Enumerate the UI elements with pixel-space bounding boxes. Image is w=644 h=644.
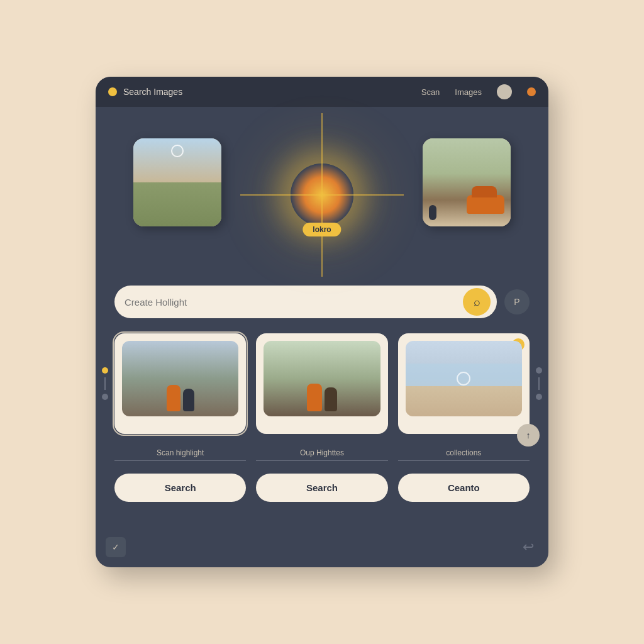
action-btn-1[interactable]: Search [114, 474, 246, 502]
figure-person2 [183, 389, 194, 411]
card-label-collections: collections [446, 448, 481, 457]
fig-b [325, 387, 337, 411]
side-dot-inactive [102, 394, 108, 400]
nav-scan[interactable]: Scan [421, 87, 440, 97]
side-nav-left [102, 367, 108, 400]
couple-figure-2 [307, 384, 337, 411]
couple-figure-1 [167, 385, 194, 411]
refresh-icon: ↩ [523, 539, 534, 555]
car-roof [472, 186, 497, 197]
hero-left-card-inner [133, 138, 221, 226]
search-input[interactable] [125, 297, 455, 308]
card-image-couple2 [264, 341, 380, 416]
car-shape [467, 195, 504, 214]
bottom-left-icon[interactable]: ✓ [106, 537, 126, 557]
grass-scene [133, 182, 221, 226]
title-bar: Search Images Scan Images [96, 77, 548, 107]
couple-scene-2 [264, 341, 380, 416]
search-button[interactable]: ⌕ [463, 288, 491, 316]
window-title: Search Images [123, 87, 415, 97]
main-content: lokro ⌕ [96, 107, 548, 521]
label-underline-2 [256, 460, 387, 461]
traffic-light [108, 87, 117, 96]
cards-row: ⊙ ↑ [114, 333, 530, 434]
label-underline-1 [114, 460, 246, 461]
feature-card-oup [256, 333, 387, 434]
beach-sand [406, 386, 522, 416]
arrow-up-icon: ↑ [526, 430, 531, 440]
hero-right-card-inner [423, 138, 511, 226]
check-icon: ✓ [112, 542, 119, 552]
card-circle-icon [171, 145, 184, 157]
label-col-3: collections [398, 447, 530, 461]
hero-right-card [423, 138, 511, 226]
side-dot-right-2 [536, 394, 542, 400]
person-figure [429, 205, 436, 220]
crosshair-vertical [321, 113, 323, 277]
feature-card-scan [114, 333, 246, 434]
feature-card-collections: ⊙ [398, 333, 530, 434]
card-label-oup: Oup Highttes [300, 448, 344, 457]
search-bar-container: ⌕ P [114, 286, 530, 318]
fig-a [307, 384, 322, 411]
nav-circle-icon [497, 84, 512, 99]
nav-items: Scan Images [421, 84, 536, 99]
hero-section: lokro [114, 119, 530, 270]
buttons-row: Search Search Ceanto [114, 474, 530, 502]
bottom-right-icon: ↩ [518, 537, 538, 557]
extra-icon: P [514, 297, 519, 307]
app-window: Search Images Scan Images [96, 77, 548, 567]
nav-images[interactable]: Images [455, 87, 482, 97]
extra-button[interactable]: P [504, 289, 530, 314]
beach-scene [406, 341, 522, 416]
label-col-2: Oup Highttes [256, 447, 387, 461]
card-image-beach [406, 341, 522, 416]
nav-dot-icon [527, 87, 536, 96]
figure-person1 [167, 385, 180, 411]
side-line [104, 377, 106, 390]
side-dot-active [102, 367, 108, 374]
hero-label: lokro [303, 223, 341, 236]
card-label-scan: Scan highlight [157, 448, 204, 457]
couple-scene-1 [122, 341, 238, 416]
hero-left-card [133, 138, 221, 226]
side-dot-right-1 [536, 367, 542, 374]
side-nav-right [536, 367, 542, 400]
spotlight-center: lokro [272, 145, 372, 245]
beach-circle-icon [457, 372, 470, 386]
road-scene [423, 138, 511, 226]
label-col-1: Scan highlight [114, 447, 246, 461]
card-image-couple1 [122, 341, 238, 416]
search-icon: ⌕ [474, 296, 480, 309]
labels-row: Scan highlight Oup Highttes collections [114, 447, 530, 461]
label-underline-3 [398, 460, 530, 461]
crosshair-ring: lokro [291, 164, 353, 226]
action-btn-3[interactable]: Ceanto [398, 474, 530, 502]
scroll-up-button[interactable]: ↑ [517, 424, 540, 447]
search-bar: ⌕ [114, 286, 497, 318]
action-btn-2[interactable]: Search [256, 474, 387, 502]
side-line-right [538, 377, 540, 390]
